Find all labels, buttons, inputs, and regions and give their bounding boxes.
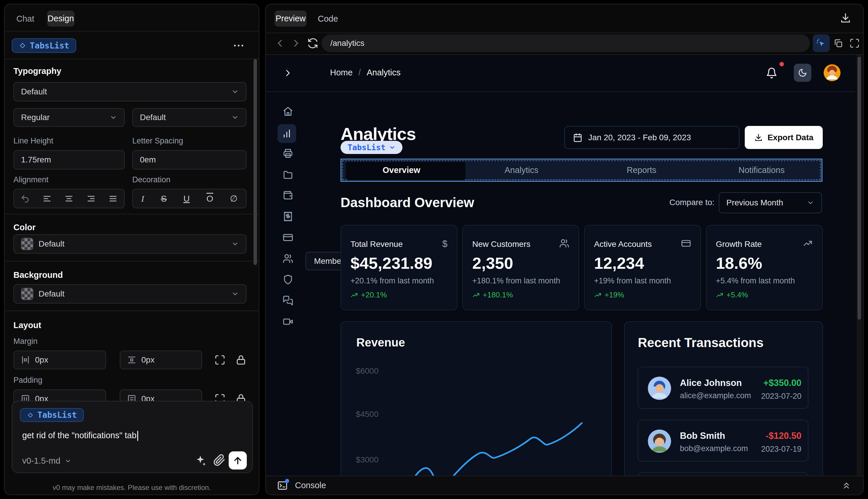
tab-design-label: Design xyxy=(48,14,74,23)
chat-composer[interactable]: TabsList get rid of the "notifications" … xyxy=(12,401,253,473)
stat-trend: +19% xyxy=(594,290,624,300)
date-range-picker[interactable]: Jan 20, 2023 - Feb 09, 2023 xyxy=(564,126,740,149)
line-height-input[interactable]: 1.75rem xyxy=(13,150,125,169)
send-button[interactable] xyxy=(229,451,247,470)
chevron-down-icon xyxy=(231,114,239,121)
revenue-chart-card: Revenue $6000 $4500 $3000 xyxy=(340,321,612,477)
chevron-down-icon xyxy=(807,199,814,207)
margin-x-input[interactable]: 0px xyxy=(13,351,106,369)
console-icon-wrap xyxy=(277,480,288,491)
overline-icon[interactable]: O xyxy=(207,194,213,204)
sidebar-item-analytics[interactable] xyxy=(277,124,296,143)
chevrons-up-icon[interactable] xyxy=(841,480,851,490)
theme-toggle[interactable] xyxy=(794,64,811,82)
background-select[interactable]: Default xyxy=(13,284,247,304)
strikethrough-icon[interactable]: S xyxy=(161,194,167,204)
preview-scrollbar-thumb[interactable] xyxy=(857,57,861,320)
sidebar-item-security[interactable] xyxy=(278,270,297,289)
avatar xyxy=(648,377,671,400)
compare-select[interactable]: Previous Month xyxy=(719,192,822,213)
transaction-row[interactable]: Alice Johnson alice@example.com +$350.00… xyxy=(637,367,808,409)
sidebar-item-home[interactable] xyxy=(278,102,297,121)
sidebar-item-cards[interactable] xyxy=(278,228,297,247)
sidebar-item-video[interactable] xyxy=(278,312,297,331)
date-range-value: Jan 20, 2023 - Feb 09, 2023 xyxy=(588,133,691,142)
stat-trend: +180.1% xyxy=(472,290,513,300)
enhance-prompt-icon[interactable] xyxy=(194,454,207,467)
align-justify-icon[interactable] xyxy=(108,194,118,203)
margin-y-input[interactable]: 0px xyxy=(120,351,202,369)
italic-icon[interactable]: I xyxy=(141,194,144,204)
user-avatar[interactable] xyxy=(823,64,841,81)
messages-icon xyxy=(283,295,293,306)
sidebar-item-files[interactable] xyxy=(278,165,297,184)
tab-code[interactable]: Code xyxy=(318,14,338,24)
sidebar-item-wallet[interactable] xyxy=(278,186,297,205)
url-bar[interactable]: /analytics xyxy=(322,35,810,52)
stat-change: +19% from last month xyxy=(594,276,671,285)
sidebar-item-receipts[interactable] xyxy=(278,207,297,226)
export-data-button[interactable]: Export Data xyxy=(745,126,823,149)
font-size-select[interactable]: Default xyxy=(132,108,247,127)
chevron-down-icon xyxy=(64,458,72,464)
copy-icon[interactable] xyxy=(833,38,843,49)
transaction-row[interactable]: Bob Smith bob@example.com -$120.50 2023-… xyxy=(637,419,808,462)
fullscreen-icon[interactable] xyxy=(849,38,860,49)
tab-design[interactable]: Design xyxy=(47,11,74,27)
letter-spacing-input[interactable]: 0em xyxy=(132,150,247,169)
font-family-select[interactable]: Default xyxy=(13,82,247,101)
tab-chat[interactable]: Chat xyxy=(16,14,34,24)
console-bar[interactable]: Console xyxy=(266,476,863,495)
calendar-icon xyxy=(573,133,582,142)
underline-icon[interactable]: U xyxy=(183,194,190,204)
font-weight-select[interactable]: Regular xyxy=(13,108,125,127)
attachment-icon[interactable] xyxy=(213,454,225,466)
breadcrumb-current[interactable]: Analytics xyxy=(367,68,400,77)
panel-scrollbar[interactable] xyxy=(253,59,257,265)
more-menu-icon[interactable] xyxy=(232,39,245,52)
divider xyxy=(5,59,259,59)
tab-notifications[interactable]: Notifications xyxy=(702,165,821,175)
selected-component-chip[interactable]: TabsList xyxy=(12,38,76,53)
users-icon xyxy=(283,253,293,264)
breadcrumb-home[interactable]: Home xyxy=(330,68,352,77)
undo-icon[interactable] xyxy=(21,194,30,203)
expand-icon[interactable] xyxy=(214,354,225,365)
no-decoration-icon[interactable]: ∅ xyxy=(230,193,237,204)
shield-icon xyxy=(283,274,293,285)
selected-element-chip[interactable]: TabsList xyxy=(340,141,402,154)
stat-change: +5.4% from last month xyxy=(716,276,795,285)
sidebar-item-messages[interactable] xyxy=(278,291,297,310)
transactions-title: Recent Transactions xyxy=(638,336,764,350)
composer-chip-label: TabsList xyxy=(37,410,77,420)
tab-overview[interactable]: Overview xyxy=(342,165,461,175)
back-icon[interactable] xyxy=(274,37,286,49)
sidebar-item-members[interactable] xyxy=(278,249,297,268)
console-label: Console xyxy=(295,480,326,490)
align-right-icon[interactable] xyxy=(86,194,96,203)
model-select[interactable]: v0-1.5-md xyxy=(22,456,72,466)
header-border xyxy=(266,92,855,92)
composer-input[interactable]: get rid of the "notifications" tab xyxy=(22,431,138,441)
tab-preview[interactable]: Preview xyxy=(274,11,307,27)
preview-scrollbar-track[interactable] xyxy=(857,55,862,477)
refresh-icon[interactable] xyxy=(307,38,318,49)
disclaimer-text: v0 may make mistakes. Please use with di… xyxy=(5,484,259,492)
sidebar-toggle-icon[interactable] xyxy=(283,68,293,78)
align-center-icon[interactable] xyxy=(64,194,74,203)
tab-analytics[interactable]: Analytics xyxy=(461,165,582,175)
lock-icon[interactable] xyxy=(235,354,247,365)
font-family-value: Default xyxy=(21,87,47,96)
align-left-icon[interactable] xyxy=(42,194,52,203)
decoration-label: Decoration xyxy=(132,175,171,184)
dollar-sign-icon: $ xyxy=(442,239,447,249)
composer-component-chip[interactable]: TabsList xyxy=(20,408,84,422)
sidebar-item-invoices[interactable] xyxy=(278,144,297,163)
download-icon[interactable] xyxy=(840,12,851,24)
inspect-button[interactable] xyxy=(813,35,830,52)
forward-icon[interactable] xyxy=(290,37,302,49)
tab-reports[interactable]: Reports xyxy=(582,165,702,175)
font-weight-value: Regular xyxy=(21,113,50,122)
bell-icon[interactable] xyxy=(766,67,778,79)
color-select[interactable]: Default xyxy=(13,234,247,254)
